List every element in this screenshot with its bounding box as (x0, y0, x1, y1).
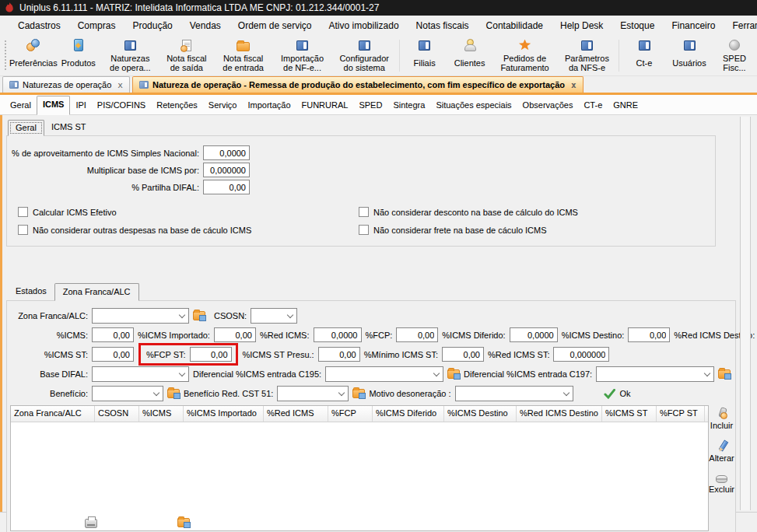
tab-icms[interactable]: ICMS (37, 96, 71, 115)
tab-gnre[interactable]: GNRE (608, 97, 643, 114)
fcp-st-input[interactable] (190, 347, 232, 362)
tab-observacoes[interactable]: Observações (517, 97, 579, 114)
toolbar-importacao-nfe[interactable]: Importação de NF-e... (273, 37, 332, 75)
tab-icms-st[interactable]: ICMS ST (44, 120, 93, 136)
toolbar-nota-fiscal-entrada[interactable]: Nota fiscal de entrada (214, 37, 273, 75)
lookup-folder-icon[interactable] (193, 311, 205, 320)
menu-item-producao[interactable]: Produção (124, 17, 180, 34)
beneficio-select[interactable] (92, 386, 163, 401)
drag-grip[interactable] (5, 40, 6, 72)
tab-situacoes-especiais[interactable]: Situações especiais (430, 97, 517, 114)
col-icms-importado[interactable]: %ICMS Importado (184, 406, 264, 422)
diferencial-c197-select[interactable] (596, 366, 714, 382)
col-zona-franca-alc[interactable]: Zona Franca/ALC (11, 406, 95, 422)
menu-item-estoque[interactable]: Estoque (612, 17, 663, 34)
tab-geral[interactable]: Geral (5, 97, 37, 114)
incluir-button[interactable]: Incluir (710, 408, 733, 430)
menu-item-cadastros[interactable]: Cadastros (9, 17, 69, 34)
tab-pis-cofins[interactable]: PIS/COFINS (92, 97, 151, 114)
table-body[interactable] (11, 422, 708, 531)
tab-estados[interactable]: Estados (8, 283, 54, 301)
col-icms-diferido[interactable]: %ICMS Diferido (373, 406, 444, 422)
col-fcp[interactable]: %FCP (328, 406, 373, 422)
checkbox-nao-considerar-outras-despesas[interactable]: Não considerar outras despesas na base d… (18, 225, 359, 235)
toolbar-sped-fiscal[interactable]: SPED Fisc... (712, 37, 757, 75)
col-icms-destino[interactable]: %ICMS Destino (444, 406, 517, 422)
beneficio-red-cst51-select[interactable] (277, 386, 349, 401)
toolbar-naturezas-operacao[interactable]: Naturezas de opera... (101, 37, 159, 75)
field-label: %FCP: (366, 331, 393, 340)
partilha-difal-input[interactable] (203, 180, 250, 194)
checkbox-nao-considerar-desconto[interactable]: Não considerar desconto na base de cálcu… (359, 207, 715, 217)
csosn-select[interactable] (251, 308, 297, 324)
tab-servico[interactable]: Serviço (203, 97, 243, 114)
lookup-folder-icon[interactable] (718, 369, 731, 379)
vertical-scrollbar[interactable] (740, 117, 751, 510)
tab-funrural[interactable]: FUNRURAL (296, 97, 354, 114)
menu-item-ferramentas[interactable]: Ferramentas (724, 17, 757, 34)
lookup-folder-icon[interactable] (167, 389, 180, 398)
toolbar-filiais[interactable]: Filiais (402, 37, 447, 75)
tab-sped[interactable]: SPED (353, 97, 387, 114)
alterar-button[interactable]: Alterar (709, 440, 734, 463)
base-difal-select[interactable] (92, 366, 189, 382)
tab-icms-geral[interactable]: Geral (8, 120, 44, 136)
fcp-input[interactable] (396, 327, 438, 342)
toolbar-parametros-nfse[interactable]: Parâmetros da NFS-e (558, 37, 617, 75)
multiplicar-base-icms-input[interactable] (203, 163, 250, 177)
lookup-folder-icon[interactable] (352, 389, 365, 398)
excluir-button[interactable]: Excluir (709, 473, 734, 494)
tab-zona-franca-alc[interactable]: Zona Franca/ALC (54, 283, 139, 301)
red-icms-st-input[interactable] (553, 347, 609, 362)
tab-sintegra[interactable]: Sintegra (387, 97, 430, 114)
menu-item-ordem-servico[interactable]: Ordem de serviço (230, 17, 321, 34)
menu-item-financeiro[interactable]: Financeiro (663, 17, 724, 34)
motivo-desoneracao-select[interactable] (455, 386, 573, 401)
col-icms-st[interactable]: %ICMS ST (602, 406, 657, 422)
toolbar-pedidos-faturamento[interactable]: Pedidos de Faturamento (492, 37, 558, 75)
menu-item-vendas[interactable]: Vendas (181, 17, 230, 34)
toolbar-clientes[interactable]: Clientes (447, 37, 492, 75)
col-red-icms[interactable]: %Red ICMS (264, 406, 328, 422)
menu-item-help-desk[interactable]: Help Desk (552, 17, 612, 34)
toolbar-configurador-sistema[interactable]: Configurador do sistema (331, 37, 397, 75)
diferencial-c195-select[interactable] (325, 366, 443, 382)
checkbox-nao-considerar-frete[interactable]: Não considerar frete na base de cáculo I… (359, 225, 715, 235)
toolbar-usuarios[interactable]: Usuários (667, 37, 712, 75)
col-red-icms-destino[interactable]: %Red ICMS Destino (517, 406, 602, 422)
icms-content-panel: Geral ICMS ST % de aproveitamento de ICM… (0, 115, 757, 512)
toolbar-preferencias[interactable]: Preferências (11, 37, 56, 75)
icms-destino-input[interactable] (628, 327, 670, 342)
lookup-folder-icon[interactable] (447, 369, 460, 379)
icms-diferido-input[interactable] (510, 327, 558, 342)
tab-cte[interactable]: CT-e (578, 97, 608, 114)
col-fcp-st[interactable]: %FCP ST (657, 406, 705, 422)
tab-naturezas-de-operacao[interactable]: Naturezas de operação x (2, 76, 130, 93)
tab-natureza-de-operacao-remessa[interactable]: Natureza de operação - Remessa de produç… (132, 76, 584, 93)
menu-item-notas-fiscais[interactable]: Notas fiscais (408, 17, 478, 34)
minimo-icms-st-input[interactable] (442, 347, 484, 362)
tab-retencoes[interactable]: Retenções (151, 97, 203, 114)
icms-st-presumido-input[interactable] (318, 347, 360, 362)
menu-item-compras[interactable]: Compras (69, 17, 124, 34)
icms-input[interactable] (92, 327, 134, 342)
menu-item-ativo-imobilizado[interactable]: Ativo imobilizado (321, 17, 408, 34)
aproveitamento-icms-input[interactable] (203, 145, 250, 160)
ok-button[interactable]: Ok (604, 389, 631, 399)
icms-st-input[interactable] (92, 347, 134, 362)
toolbar-cte[interactable]: Ct-e (622, 37, 667, 75)
icms-importado-input[interactable] (214, 327, 256, 342)
red-icms-input[interactable] (314, 327, 362, 342)
tab-ipi[interactable]: IPI (70, 97, 91, 114)
col-icms[interactable]: %ICMS (139, 406, 184, 422)
close-icon[interactable]: x (117, 80, 123, 90)
field-label: %ICMS Importado: (138, 331, 210, 340)
close-icon[interactable]: x (571, 80, 577, 90)
checkbox-calcular-icms-efetivo[interactable]: Calcular ICMS Efetivo (18, 207, 359, 217)
toolbar-produtos[interactable]: Produtos (56, 37, 101, 75)
toolbar-nota-fiscal-saida[interactable]: Nota fiscal de saída (159, 37, 214, 75)
zona-franca-select[interactable] (92, 308, 189, 324)
menu-item-contabilidade[interactable]: Contabilidade (478, 17, 552, 34)
col-csosn[interactable]: CSOSN (95, 406, 139, 422)
tab-importacao[interactable]: Importação (242, 97, 296, 114)
